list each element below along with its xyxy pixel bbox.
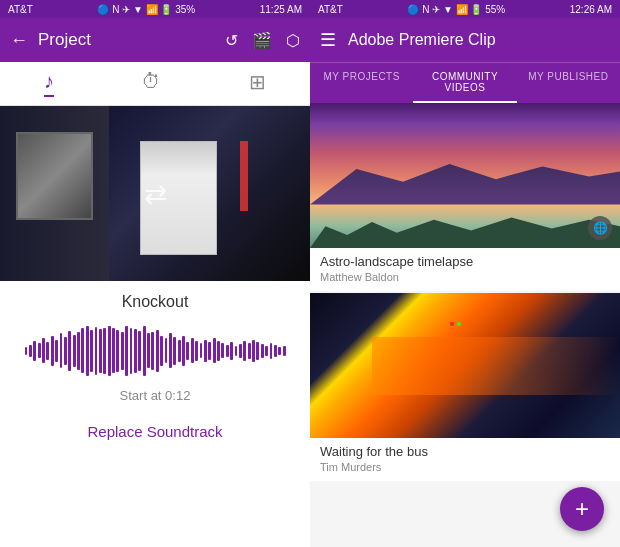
traffic-lights (450, 322, 461, 326)
waveform-bar (130, 328, 133, 374)
status-bar-left: AT&T 🔵 N ✈ ▼ 📶 🔋 35% 11:25 AM (0, 0, 310, 18)
waveform-bar (151, 332, 154, 370)
waveform-bar (265, 346, 268, 356)
photo-frame (16, 132, 94, 220)
header-left: ← Project ↺ 🎬 ⬡ (0, 18, 310, 62)
waveform-bar (178, 340, 181, 362)
mountains (310, 154, 620, 205)
waveform-bar (33, 341, 36, 361)
waveform-bar (64, 337, 67, 365)
carrier-right: AT&T (318, 4, 343, 15)
waveform-bar (73, 335, 76, 367)
waveform-bar (283, 346, 286, 356)
waveform-bar (200, 343, 203, 358)
refresh-icon[interactable]: ↺ (225, 31, 238, 50)
start-time: Start at 0:12 (120, 388, 191, 403)
tab-music[interactable]: ♪ (44, 70, 54, 97)
waveform-bar (95, 327, 98, 375)
waveform-bar (235, 346, 238, 356)
sunset-thumbnail (310, 103, 620, 248)
waveform-bar (230, 342, 233, 360)
waveform (25, 326, 286, 376)
waveform-bar (204, 340, 207, 362)
waveform-bar (46, 342, 49, 360)
video-title-1: Astro-landscape timelapse (320, 254, 610, 269)
video-preview: ⇄ (0, 106, 310, 281)
fab-add-button[interactable]: + (560, 487, 604, 531)
waveform-bar (252, 340, 255, 362)
waveform-bar (121, 332, 124, 370)
audio-section: Knockout Start at 0:12 Replace Soundtrac… (0, 281, 310, 547)
waveform-bar (42, 338, 45, 363)
waveform-bar (173, 337, 176, 365)
hamburger-icon[interactable]: ☰ (320, 29, 336, 51)
waveform-bar (147, 333, 150, 368)
tab-clock[interactable]: ⏱ (141, 70, 161, 97)
video-card-1[interactable]: 🌐 Astro-landscape timelapse Matthew Bald… (310, 103, 620, 291)
waveform-bar (68, 331, 71, 371)
waveform-bar (55, 340, 58, 362)
waveform-bar (208, 342, 211, 360)
replace-soundtrack-button[interactable]: Replace Soundtrack (79, 419, 230, 444)
status-bar-right: AT&T 🔵 N ✈ ▼ 📶 🔋 55% 12:26 AM (310, 0, 620, 18)
video-title-2: Waiting for the bus (320, 444, 610, 459)
waveform-bar (191, 338, 194, 363)
tab-bar-left: ♪ ⏱ ⊞ (0, 62, 310, 106)
waveform-bar (278, 347, 281, 355)
video-info-2: Waiting for the bus Tim Murders (310, 438, 620, 481)
carrier-left: AT&T (8, 4, 33, 15)
green-light (457, 322, 461, 326)
waveform-bar (81, 328, 84, 373)
waveform-bar (77, 332, 80, 370)
track-name: Knockout (122, 293, 189, 311)
night-thumbnail (310, 293, 620, 438)
back-button[interactable]: ← (10, 30, 28, 51)
waveform-bar (165, 338, 168, 363)
waveform-bar (156, 330, 159, 372)
waveform-bar (99, 329, 102, 373)
waveform-bar (116, 330, 119, 372)
waveform-bar (160, 336, 163, 366)
video-author-1: Matthew Baldon (320, 271, 610, 283)
video-thumbnail-2 (310, 293, 620, 438)
status-icons-right: 🔵 N ✈ ▼ 📶 🔋 55% (407, 4, 505, 15)
waveform-bar (138, 331, 141, 371)
tab-my-published[interactable]: MY PUBLISHED (517, 63, 620, 103)
status-icons-left: 🔵 N ✈ ▼ 📶 🔋 35% (97, 4, 195, 15)
waveform-bar (274, 345, 277, 357)
content-wrapper: 🌐 Astro-landscape timelapse Matthew Bald… (310, 103, 620, 547)
waveform-bar (29, 345, 32, 357)
waveform-bar (90, 330, 93, 372)
tabs-nav: MY PROJECTS COMMUNITY VIDEOS MY PUBLISHE… (310, 62, 620, 103)
video-author-2: Tim Murders (320, 461, 610, 473)
waveform-bar (134, 329, 137, 373)
waveform-bar (270, 343, 273, 359)
night-lights (372, 337, 620, 395)
waveform-bar (248, 343, 251, 359)
waveform-bar (243, 341, 246, 361)
header-right: ☰ Adobe Premiere Clip (310, 18, 620, 62)
tab-my-projects[interactable]: MY PROJECTS (310, 63, 413, 103)
video-list: 🌐 Astro-landscape timelapse Matthew Bald… (310, 103, 620, 483)
waveform-bar (143, 326, 146, 376)
tab-grid[interactable]: ⊞ (249, 70, 266, 97)
video-icon[interactable]: 🎬 (252, 31, 272, 50)
waveform-bar (256, 342, 259, 360)
share-icon[interactable]: ⬡ (286, 31, 300, 50)
waveform-bar (186, 342, 189, 360)
video-info-1: Astro-landscape timelapse Matthew Baldon (310, 248, 620, 291)
time-left: 11:25 AM (260, 4, 302, 15)
right-panel: AT&T 🔵 N ✈ ▼ 📶 🔋 55% 12:26 AM ☰ Adobe Pr… (310, 0, 620, 547)
header-actions: ↺ 🎬 ⬡ (225, 31, 300, 50)
waveform-bar (108, 326, 111, 376)
video-thumbnail-1: 🌐 (310, 103, 620, 248)
left-panel: AT&T 🔵 N ✈ ▼ 📶 🔋 35% 11:25 AM ← Project … (0, 0, 310, 547)
waveform-bar (51, 336, 54, 366)
video-card-2[interactable]: Waiting for the bus Tim Murders (310, 293, 620, 481)
waveform-bar (103, 328, 106, 374)
tab-community-videos[interactable]: COMMUNITY VIDEOS (413, 63, 516, 103)
waveform-bar (226, 345, 229, 357)
waveform-bar (112, 328, 115, 373)
red-accent (240, 141, 248, 211)
waveform-bar (25, 347, 28, 355)
